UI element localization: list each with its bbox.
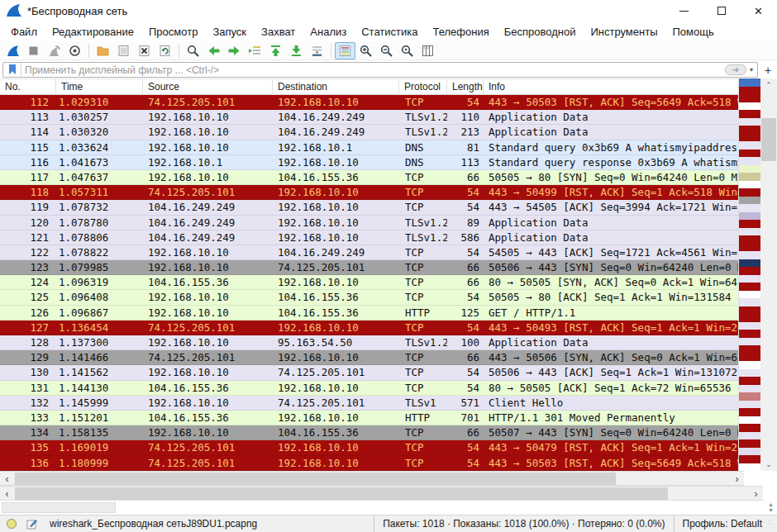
- menu-item[interactable]: Анализ: [303, 23, 354, 40]
- menu-item[interactable]: Инструменты: [583, 23, 665, 40]
- packet-row[interactable]: 1291.14146674.125.205.101192.168.10.10TC…: [0, 350, 740, 365]
- find-packet-button[interactable]: [183, 42, 203, 59]
- packet-row[interactable]: 1331.151201104.16.155.36192.168.10.10HTT…: [0, 411, 740, 425]
- scroll-right-button[interactable]: ›: [749, 487, 763, 501]
- column-header-length[interactable]: Length: [447, 79, 484, 94]
- capture-options-button[interactable]: [64, 42, 85, 59]
- packet-row[interactable]: 1271.13645474.125.205.101192.168.10.10TC…: [0, 321, 740, 335]
- column-header-no[interactable]: No.: [0, 79, 56, 94]
- go-back-button[interactable]: [203, 42, 224, 59]
- profile-label[interactable]: Профиль: Default: [675, 518, 770, 530]
- scroll-right-button[interactable]: ›: [730, 472, 744, 486]
- packet-row[interactable]: 1221.078822192.168.10.10104.16.249.249TC…: [0, 245, 740, 260]
- horizontal-scrollbar-1[interactable]: ‹ ›: [0, 471, 744, 486]
- menu-item[interactable]: Телефония: [425, 23, 496, 40]
- vertical-scrollbar[interactable]: ⌃ ⌄: [760, 78, 777, 471]
- start-capture-button[interactable]: [2, 42, 23, 59]
- cell-dst: 192.168.10.10: [273, 381, 399, 395]
- minimap-stripe: [739, 291, 760, 299]
- packet-row[interactable]: 1261.096867192.168.10.10104.16.155.36HTT…: [0, 306, 740, 321]
- filter-dropdown-button[interactable]: ▾: [749, 66, 757, 74]
- packet-row[interactable]: 1201.078780104.16.249.249192.168.10.10TL…: [0, 216, 740, 230]
- maximize-button[interactable]: [703, 0, 740, 21]
- go-first-button[interactable]: [265, 42, 286, 59]
- pane-spinner-icons[interactable]: ▲▼: [768, 501, 774, 513]
- packet-row[interactable]: 1181.05731174.125.205.101192.168.10.10TC…: [0, 185, 740, 200]
- zoom-in-button[interactable]: [355, 42, 376, 59]
- auto-scroll-button[interactable]: [307, 42, 327, 59]
- column-header-time[interactable]: Time: [56, 79, 143, 94]
- filter-add-button[interactable]: +: [761, 64, 775, 77]
- filter-apply-button[interactable]: ➔: [725, 64, 746, 75]
- menu-item[interactable]: Файл: [3, 23, 45, 40]
- packet-row[interactable]: 1231.079985192.168.10.1074.125.205.101TC…: [0, 260, 740, 275]
- packet-row[interactable]: 1151.033624192.168.10.10192.168.10.1DNS8…: [0, 140, 740, 155]
- packet-row[interactable]: 1311.144130104.16.155.36192.168.10.10TCP…: [0, 381, 740, 396]
- vertical-scrollbar-thumb[interactable]: [761, 118, 776, 161]
- scroll-up-button[interactable]: ⌃: [760, 78, 777, 92]
- save-file-button[interactable]: [113, 42, 134, 59]
- filter-bookmark-button[interactable]: [3, 63, 21, 77]
- packet-row[interactable]: 1171.047637192.168.10.10104.16.155.36TCP…: [0, 170, 740, 185]
- packet-row[interactable]: 1251.096408192.168.10.10104.16.155.36TCP…: [0, 290, 740, 305]
- close-button[interactable]: ✕: [740, 0, 777, 21]
- close-file-button[interactable]: [134, 42, 155, 59]
- packet-row[interactable]: 1161.041673192.168.10.1192.168.10.10DNS1…: [0, 155, 740, 170]
- menu-item[interactable]: Просмотр: [141, 23, 205, 40]
- minimize-button[interactable]: [665, 0, 703, 21]
- column-header-protocol[interactable]: Protocol: [399, 79, 447, 94]
- menu-item[interactable]: Запуск: [205, 23, 254, 40]
- cell-info: Application Data: [484, 110, 740, 124]
- column-header-source[interactable]: Source: [143, 79, 273, 94]
- restart-capture-button[interactable]: [44, 42, 64, 59]
- packet-row[interactable]: 1321.145999192.168.10.1074.125.205.101TL…: [0, 396, 740, 411]
- horizontal-scrollbar-2[interactable]: ‹ ›: [0, 486, 763, 501]
- cell-dst: 74.125.205.101: [273, 260, 399, 274]
- scroll-left-button[interactable]: ‹: [0, 472, 14, 486]
- packet-row[interactable]: 1131.030257192.168.10.10104.16.249.249TL…: [0, 110, 740, 125]
- resize-grip[interactable]: .. .: [769, 518, 775, 530]
- collapsed-pane-handle[interactable]: [2, 502, 116, 513]
- menu-item[interactable]: Захват: [254, 23, 303, 40]
- stop-capture-button[interactable]: [23, 42, 44, 59]
- reload-file-button[interactable]: [155, 42, 175, 59]
- minimap-stripe: [739, 197, 760, 205]
- display-filter-input[interactable]: [21, 64, 725, 76]
- open-file-button[interactable]: [93, 42, 113, 59]
- packet-row[interactable]: 1341.158135192.168.10.10104.16.155.36TCP…: [0, 425, 740, 440]
- column-header-info[interactable]: Info: [484, 79, 740, 94]
- zoom-out-button[interactable]: [376, 42, 397, 59]
- menu-item[interactable]: Помощь: [665, 23, 722, 40]
- resize-columns-button[interactable]: [417, 42, 438, 59]
- packet-row[interactable]: 1191.078732104.16.249.249192.168.10.10TC…: [0, 200, 740, 215]
- horizontal-scrollbar-thumb[interactable]: [15, 487, 668, 500]
- scroll-left-button[interactable]: ‹: [0, 487, 14, 501]
- packet-row[interactable]: 1121.02931074.125.205.101192.168.10.10TC…: [0, 95, 740, 110]
- cell-src: 192.168.10.10: [143, 110, 273, 124]
- go-last-button[interactable]: [286, 42, 307, 59]
- packet-row[interactable]: 1281.137300192.168.10.1095.163.54.50TLSv…: [0, 335, 740, 350]
- go-forward-button[interactable]: [224, 42, 245, 59]
- menu-item[interactable]: Статистика: [354, 23, 425, 40]
- scroll-down-button[interactable]: ⌄: [760, 458, 777, 471]
- menu-item[interactable]: Редактирование: [45, 23, 141, 40]
- packet-row[interactable]: 1301.141562192.168.10.1074.125.205.101TC…: [0, 365, 740, 380]
- expert-info-icon[interactable]: [7, 519, 17, 529]
- menu-item[interactable]: Беспроводной: [497, 23, 584, 40]
- packet-row[interactable]: 1141.030320192.168.10.10104.16.249.249TL…: [0, 125, 740, 140]
- zoom-original-button[interactable]: [397, 42, 417, 59]
- colorize-button[interactable]: [335, 42, 355, 59]
- packet-row[interactable]: 1351.16901974.125.205.101192.168.10.10TC…: [0, 440, 740, 455]
- go-to-packet-button[interactable]: [245, 42, 265, 59]
- capture-comment-icon[interactable]: [26, 518, 38, 530]
- packet-row[interactable]: 1211.078806104.16.249.249192.168.10.10TL…: [0, 230, 740, 245]
- horizontal-scrollbar-thumb[interactable]: [15, 473, 616, 485]
- packet-list-header: No. Time Source Destination Protocol Len…: [0, 78, 740, 95]
- packet-row[interactable]: 1241.096319104.16.155.36192.168.10.10TCP…: [0, 275, 740, 290]
- packet-row[interactable]: 1361.18099974.125.205.101192.168.10.10TC…: [0, 456, 740, 471]
- packet-list: 1121.02931074.125.205.101192.168.10.10TC…: [0, 95, 740, 471]
- column-header-destination[interactable]: Destination: [273, 79, 399, 94]
- capture-filename[interactable]: wireshark_Беспроводная сетьJ89DU1.pcapng: [50, 518, 257, 530]
- minimap-stripe: [739, 118, 760, 126]
- packet-minimap[interactable]: [738, 78, 760, 471]
